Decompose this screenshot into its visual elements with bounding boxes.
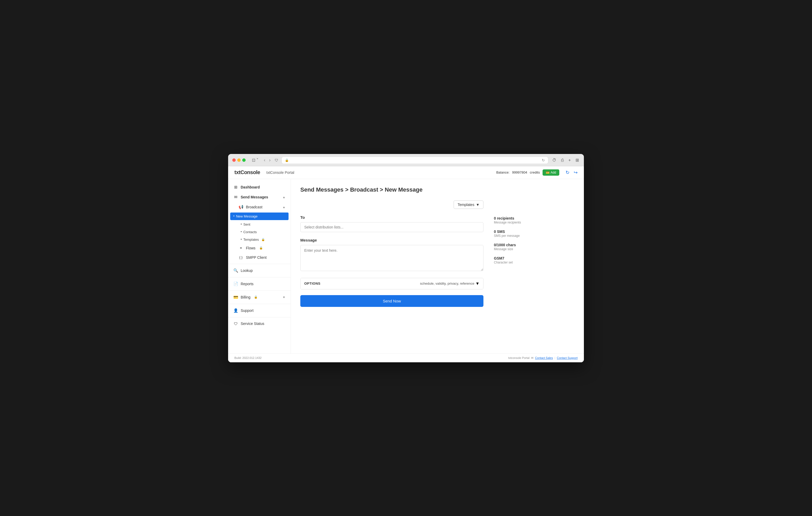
sidebar-new-message-label: New Message [236, 214, 257, 218]
address-bar[interactable]: 🔒 txtconsole.com ↻ [282, 157, 548, 164]
form-section: Templates ▼ To Message [300, 201, 484, 307]
recipients-value: 0 recipients [494, 216, 541, 220]
options-arrow-icon: ▼ [475, 281, 480, 286]
charset-label: Character set [494, 261, 541, 264]
sidebar-sent-label: Sent [243, 222, 250, 226]
balance-unit: credits [530, 171, 540, 174]
templates-row: Templates ▼ [300, 201, 484, 209]
message-textarea[interactable] [300, 245, 484, 271]
contacts-bullet: • [241, 230, 242, 234]
browser-nav: ‹ › [263, 157, 271, 163]
templates-dropdown[interactable]: Templates ▼ [454, 201, 484, 209]
breadcrumb-part1: Send Messages [300, 186, 344, 193]
add-tab-btn[interactable]: + [568, 157, 572, 163]
sidebar-item-billing[interactable]: 💳 Billing 🔒 ▼ [228, 292, 291, 302]
chars-value: 0/1000 chars [494, 243, 541, 247]
sidebar-item-flows[interactable]: ≡ Flows 🔒 [228, 243, 291, 253]
sidebar-service-status-label: Service Status [241, 322, 264, 326]
contact-sales-link[interactable]: Contact Sales [535, 356, 553, 359]
sidebar-divider-5 [228, 317, 291, 317]
breadcrumb: Send Messages > Broadcast > New Message [300, 186, 575, 193]
options-value: schedule, validity, privacy, reference [420, 281, 474, 285]
sidebar-billing-label: Billing [241, 295, 250, 299]
browser-actions: ⏱ ⎙ + ⊞ [551, 157, 580, 163]
sidebar-flows-label: Flows [246, 246, 256, 250]
charset-stat: GSM7 Character set [494, 256, 541, 264]
address-bar-container: 🔒 txtconsole.com ↻ [282, 157, 548, 164]
lock-icon: 🔒 [285, 158, 289, 162]
window-layout-btn[interactable]: ⊡ ˅ [251, 157, 260, 163]
refresh-header-icon[interactable]: ↻ [566, 170, 570, 175]
add-credits-button[interactable]: 💳 Add [543, 170, 559, 176]
recipients-label: Message recipients [494, 221, 541, 224]
options-label: OPTIONS [304, 281, 320, 285]
message-field-group: Message [300, 238, 484, 272]
logout-icon[interactable]: ↪ [574, 170, 578, 175]
sidebar-send-messages-label: Send Messages [241, 195, 268, 199]
sidebar-item-reports[interactable]: 📄 Reports [228, 279, 291, 289]
new-message-bullet: • [233, 214, 234, 218]
templates-lock-icon: 🔒 [261, 238, 265, 241]
sidebar-item-dashboard[interactable]: ⊞ Dashboard [228, 182, 291, 192]
breadcrumb-sep2: > [378, 186, 385, 193]
balance-section: Balance: 99997804 credits 💳 Add [496, 170, 559, 176]
sidebar: ⊞ Dashboard ✉ Send Messages ▲ 📢 Broadcas… [228, 179, 291, 354]
stats-panel: 0 recipients Message recipients 0 SMS SM… [494, 201, 541, 307]
header-icons: ↻ ↪ [566, 170, 578, 175]
sidebar-item-new-message[interactable]: • New Message [230, 213, 289, 220]
support-icon: 👤 [233, 308, 238, 313]
send-now-button[interactable]: Send Now [300, 295, 484, 307]
dashboard-icon: ⊞ [233, 185, 238, 189]
sidebar-broadcast-label: Broadcast [246, 205, 262, 209]
sidebar-item-send-messages[interactable]: ✉ Send Messages ▲ [228, 192, 291, 202]
options-header[interactable]: OPTIONS schedule, validity, privacy, ref… [300, 278, 483, 289]
options-section: OPTIONS schedule, validity, privacy, ref… [300, 278, 484, 290]
broadcast-chevron: ▲ [283, 206, 285, 209]
footer-links: txtconsole Portal ✉ Contact Sales | Cont… [508, 356, 578, 360]
back-btn[interactable]: ‹ [263, 157, 266, 163]
sidebar-item-templates[interactable]: • Templates 🔒 [228, 236, 291, 243]
balance-value: 99997804 [512, 171, 527, 174]
main-content: Send Messages > Broadcast > New Message … [291, 179, 584, 354]
message-label: Message [300, 238, 484, 242]
templates-dropdown-arrow: ▼ [476, 203, 480, 207]
billing-icon: 💳 [233, 295, 238, 300]
broadcast-icon: 📢 [239, 205, 243, 209]
sidebar-smpp-label: SMPP Client [246, 255, 267, 260]
reports-icon: 📄 [233, 281, 238, 286]
traffic-lights [232, 158, 245, 162]
sidebar-dashboard-label: Dashboard [241, 185, 260, 189]
sidebar-item-support[interactable]: 👤 Support [228, 306, 291, 315]
billing-chevron: ▼ [283, 296, 285, 299]
sidebar-item-contacts[interactable]: • Contacts [228, 228, 291, 236]
footer-divider: | [555, 356, 555, 359]
footer-portal-label: txtconsole Portal [508, 356, 529, 359]
maximize-button[interactable] [242, 158, 245, 162]
billing-lock-icon: 🔒 [254, 295, 258, 299]
portal-title: txtConsole Portal [266, 171, 496, 175]
forward-btn[interactable]: › [268, 157, 271, 163]
sidebar-item-smpp[interactable]: { } SMPP Client [228, 253, 291, 262]
sms-stat: 0 SMS SMS per message [494, 230, 541, 238]
grid-btn[interactable]: ⊞ [575, 157, 580, 163]
share-btn[interactable]: ⎙ [560, 157, 564, 163]
refresh-icon[interactable]: ↻ [542, 158, 545, 162]
sidebar-item-lookup[interactable]: 🔍 Lookup [228, 266, 291, 275]
sidebar-item-sent[interactable]: • Sent [228, 221, 291, 228]
send-messages-icon: ✉ [233, 195, 238, 200]
sidebar-reports-label: Reports [241, 282, 254, 286]
chars-label: Message size [494, 247, 541, 251]
sidebar-lookup-label: Lookup [241, 269, 253, 273]
url-input[interactable]: txtconsole.com [291, 158, 540, 162]
to-label: To [300, 215, 484, 219]
close-button[interactable] [232, 158, 236, 162]
history-btn[interactable]: ⏱ [551, 157, 557, 163]
security-icon: 🛡 [275, 158, 278, 162]
minimize-button[interactable] [237, 158, 241, 162]
to-input[interactable] [300, 222, 484, 232]
app-logo: txtConsole [234, 170, 260, 175]
flows-icon: ≡ [239, 246, 243, 250]
contact-support-link[interactable]: Contact Support [557, 356, 578, 359]
sidebar-item-service-status[interactable]: 🛡 Service Status [228, 319, 291, 329]
sidebar-item-broadcast[interactable]: 📢 Broadcast ▲ [228, 202, 291, 212]
